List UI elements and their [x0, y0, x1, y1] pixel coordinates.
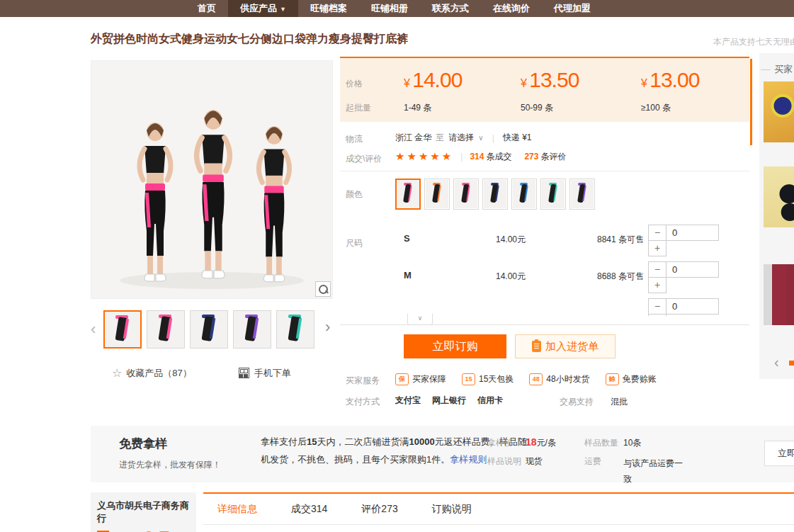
- sidebar-pagination-marker[interactable]: [789, 361, 794, 366]
- nav-item-inquiry[interactable]: 在线询价: [481, 0, 542, 17]
- seller-card: 义乌市胡兵电子商务商行 诚 3年 | 保 签: [91, 492, 196, 532]
- color-swatch-5[interactable]: [511, 179, 537, 210]
- payment-alipay: 支付宝: [395, 395, 421, 407]
- chevron-down-icon[interactable]: ∨: [478, 134, 483, 142]
- quantity-input[interactable]: [666, 225, 719, 241]
- color-label: 颜色: [346, 188, 363, 200]
- divider-line: [340, 171, 749, 171]
- related-product-thumb[interactable]: [764, 264, 794, 325]
- sample-subtitle: 进货先拿样，批发有保障！: [119, 459, 221, 471]
- sample-price-label: 拿样价: [487, 437, 513, 449]
- detail-tabs-panel: 详细信息 成交314 评价273 订购说明: [203, 492, 794, 532]
- related-product-thumb[interactable]: [764, 81, 794, 142]
- destination-select[interactable]: 请选择: [448, 132, 474, 144]
- expand-sizes-button[interactable]: ∨: [407, 314, 433, 325]
- calendar-badge-icon: 15: [462, 373, 475, 385]
- mobile-order-link[interactable]: 手机下单: [254, 367, 291, 380]
- nav-item-shop-profile[interactable]: 旺铺档案: [298, 0, 359, 17]
- divider: |: [492, 133, 494, 143]
- thumbs-next-icon[interactable]: ›: [325, 320, 330, 334]
- nav-item-agent[interactable]: 代理加盟: [542, 0, 603, 17]
- order-now-button[interactable]: 立即订购: [404, 334, 506, 358]
- ship-to-word: 至: [436, 132, 444, 144]
- review-count-link[interactable]: 273条评价: [524, 151, 566, 163]
- trade-support-label: 交易支持: [560, 396, 594, 408]
- rating-stars-icon: ★★★★★: [395, 150, 453, 163]
- clock-badge-icon: 48: [529, 373, 543, 385]
- size-stock: 8841 条可售: [597, 234, 644, 246]
- color-swatch-1[interactable]: [395, 179, 421, 210]
- color-swatch-3[interactable]: [453, 179, 479, 210]
- thumbs-prev-icon[interactable]: ‹: [91, 322, 96, 336]
- ship-from: 浙江 金华: [395, 132, 431, 144]
- service-48h[interactable]: 4848小时发货: [529, 373, 589, 385]
- plus-button[interactable]: +: [648, 240, 667, 256]
- add-to-cart-button[interactable]: 加入进货单: [515, 334, 616, 358]
- size-price: 14.00元: [496, 271, 526, 283]
- credit-badge-icon: 赊: [606, 373, 619, 385]
- favorite-star-icon[interactable]: ☆: [112, 366, 122, 380]
- plus-button[interactable]: +: [648, 314, 667, 316]
- sample-ship-label: 运费: [584, 455, 601, 468]
- size-row-3: − +: [395, 297, 749, 316]
- color-swatch-2[interactable]: [424, 179, 450, 210]
- payment-label: 支付方式: [346, 396, 380, 408]
- minus-button[interactable]: −: [648, 298, 667, 315]
- tier3-range: ≥100 条: [641, 102, 671, 114]
- services-label: 买家服务: [346, 375, 380, 387]
- sample-price-value: 18元/条: [526, 436, 556, 449]
- favorite-product-link[interactable]: 收藏产品（87）: [126, 367, 191, 380]
- nav-item-products[interactable]: 供应产品▼: [228, 0, 298, 17]
- nav-item-contact[interactable]: 联系方式: [420, 0, 481, 17]
- plus-button[interactable]: +: [648, 277, 667, 293]
- minus-button[interactable]: −: [648, 261, 667, 278]
- tier1-price: ¥ 14.00: [404, 68, 462, 92]
- seller-name: 义乌市胡兵电子商务商行: [97, 499, 196, 525]
- quantity-input[interactable]: [666, 298, 719, 315]
- size-price: 14.00元: [496, 234, 526, 246]
- top-nav: 首页 供应产品▼ 旺铺档案 旺铺相册 联系方式 在线询价 代理加盟: [0, 0, 794, 17]
- color-swatch-7[interactable]: [569, 179, 595, 210]
- color-swatch-4[interactable]: [482, 179, 508, 210]
- payment-netbank: 网上银行: [432, 395, 466, 407]
- sample-qty-label: 样品数量: [584, 437, 618, 449]
- thumbnail-1[interactable]: [103, 310, 142, 349]
- tier3-price: ¥ 13.00: [641, 68, 699, 92]
- size-row-s: S 14.00元 8841 条可售 − +: [395, 223, 749, 256]
- sample-rules-link[interactable]: 拿样规则: [450, 454, 487, 465]
- service-credit[interactable]: 赊免费赊账: [606, 373, 657, 385]
- deal-count-link[interactable]: 314条成交: [470, 151, 511, 163]
- tab-deals[interactable]: 成交314: [291, 503, 327, 516]
- nav-item-home[interactable]: 首页: [186, 0, 228, 17]
- thumbnail-5[interactable]: [276, 310, 314, 349]
- tier2-range: 50-99 条: [521, 102, 553, 114]
- thumbnail-3[interactable]: [190, 310, 228, 349]
- get-sample-button[interactable]: 立即拿样: [764, 441, 794, 466]
- minus-button[interactable]: −: [648, 225, 667, 241]
- payment-methods: 支付宝 网上银行 信用卡: [395, 395, 503, 407]
- related-product-thumb[interactable]: [764, 166, 794, 227]
- return-policy-note: 本产品支持七天无理由退货: [713, 36, 794, 48]
- quantity-stepper: − +: [648, 225, 719, 257]
- sample-title: 免费拿样: [119, 436, 167, 452]
- tab-reviews[interactable]: 评价273: [361, 503, 397, 516]
- size-name: M: [404, 270, 412, 281]
- quantity-input[interactable]: [666, 261, 719, 278]
- nav-item-shop-album[interactable]: 旺铺相册: [359, 0, 420, 17]
- thumbnail-4[interactable]: [233, 310, 271, 349]
- tab-detail-info[interactable]: 详细信息: [217, 503, 257, 516]
- size-list: S 14.00元 8841 条可售 − + M 14.00元 8688 条可售 …: [395, 223, 749, 316]
- service-guarantee[interactable]: 保买家保障: [395, 373, 446, 385]
- magnifier-icon[interactable]: [315, 281, 331, 297]
- deals-label: 成交\评价: [346, 153, 382, 165]
- thumbnail-2[interactable]: [147, 310, 185, 349]
- size-stock: 8688 条可售: [597, 271, 644, 283]
- sidebar-prev-icon[interactable]: ‹: [774, 354, 779, 370]
- main-product-image[interactable]: [91, 60, 333, 299]
- tab-order-notes[interactable]: 订购说明: [432, 503, 472, 516]
- logistics-label: 物流: [346, 133, 363, 145]
- product-photo: [91, 61, 332, 298]
- color-swatch-6[interactable]: [540, 179, 566, 210]
- service-15day[interactable]: 1515天包换: [462, 373, 514, 385]
- scrollbar-thumb[interactable]: [750, 59, 752, 145]
